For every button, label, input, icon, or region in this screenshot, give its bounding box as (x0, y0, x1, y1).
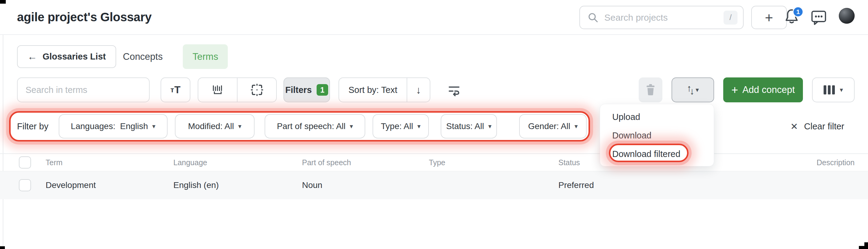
select-all-checkbox[interactable] (19, 156, 31, 169)
filter-gender-dropdown[interactable]: Gender: All ▾ (519, 114, 587, 139)
filter-part-of-speech-dropdown[interactable]: Part of speech: All ▾ (265, 114, 365, 139)
chevron-down-icon: ▾ (840, 86, 843, 94)
plus-icon: + (732, 83, 738, 97)
feedback-chat-button[interactable] (811, 10, 827, 25)
new-project-button[interactable]: + (751, 6, 787, 29)
column-header-type: Type (429, 158, 558, 167)
table-row[interactable]: Development English (en) Noun Preferred (0, 171, 868, 199)
chat-icon (811, 10, 827, 25)
sort-direction-button[interactable]: ↓ (407, 78, 430, 102)
tab-terms[interactable]: Terms (183, 44, 228, 69)
filter-status-dropdown[interactable]: Status: All ▾ (441, 114, 497, 139)
wrap-text-icon (448, 83, 461, 96)
search-projects-box[interactable]: / (579, 6, 744, 29)
delete-button[interactable] (639, 77, 662, 102)
chevron-down-icon: ▾ (695, 86, 699, 94)
sort-button-group: Sort by: Text ↓ (339, 77, 430, 102)
chevron-down-icon: ▾ (417, 123, 421, 130)
cell-term: Development (45, 180, 173, 190)
notifications-badge: 1 (793, 6, 804, 17)
glossaries-list-back-button[interactable]: ← Glossaries List (17, 45, 116, 68)
screenshot-corner-mark (864, 242, 868, 249)
filter-modified-value: Modified: All (188, 121, 234, 131)
screenshot-corner-mark (0, 0, 6, 4)
wrap-text-button[interactable] (442, 77, 467, 102)
row-checkbox[interactable] (19, 179, 31, 191)
frame-select-icon (251, 84, 263, 96)
barcode-icon (212, 85, 224, 95)
trash-icon (645, 84, 656, 96)
search-icon (587, 12, 599, 23)
sort-arrow-down-icon: ↓ (416, 84, 421, 96)
chevron-down-icon: ▾ (238, 123, 242, 130)
back-arrow-icon: ← (27, 51, 37, 62)
screenshot-corner-mark (0, 246, 5, 249)
filter-status-value: Status: All (446, 121, 484, 131)
slash-shortcut-hint: / (723, 11, 738, 25)
column-header-language: Language (173, 158, 302, 167)
upload-download-menu: Upload Download Download filtered (600, 104, 714, 167)
filters-button-label: Filters (285, 85, 312, 95)
top-header: agile project's Glossary / + 1 (0, 0, 868, 35)
chevron-down-icon: ▾ (350, 123, 353, 130)
filter-part-of-speech-value: Part of speech: All (277, 121, 345, 131)
close-icon: ✕ (790, 121, 798, 132)
upload-download-menu-button[interactable]: ↑↓ ▾ (672, 77, 714, 102)
filter-type-value: Type: All (381, 121, 413, 131)
search-projects-input[interactable] (604, 12, 723, 23)
filter-modified-dropdown[interactable]: Modified: All ▾ (175, 114, 254, 139)
filter-type-dropdown[interactable]: Type: All ▾ (373, 114, 429, 139)
user-avatar[interactable] (839, 8, 855, 24)
chevron-down-icon: ▾ (152, 123, 156, 130)
menu-item-download-filtered[interactable]: Download filtered (600, 145, 714, 164)
add-concept-button[interactable]: + Add concept (723, 77, 803, 102)
menu-item-upload[interactable]: Upload (600, 108, 714, 126)
menu-item-download[interactable]: Download (600, 126, 714, 145)
clear-filter-button[interactable]: ✕ Clear filter (790, 114, 844, 139)
filter-gender-value: Gender: All (528, 121, 570, 131)
filters-count-badge: 1 (317, 84, 328, 96)
search-in-terms-box[interactable] (17, 77, 150, 102)
cell-status: Preferred (558, 180, 700, 190)
cell-language: English (en) (173, 180, 302, 190)
filters-button[interactable]: Filters 1 (283, 77, 330, 102)
glossary-terms-page: agile project's Glossary / + 1 (0, 0, 868, 249)
columns-icon (824, 85, 835, 95)
chevron-down-icon: ▾ (488, 123, 492, 130)
tab-concepts[interactable]: Concepts (123, 45, 163, 68)
column-header-term: Term (45, 158, 173, 167)
select-frame-button[interactable] (237, 78, 276, 102)
filter-languages-dropdown[interactable]: Languages: English ▾ (59, 114, 167, 139)
match-case-icon: т (170, 85, 174, 94)
page-title: agile project's Glossary (17, 0, 152, 34)
chevron-down-icon: ▾ (575, 123, 578, 130)
filter-languages-value: Languages: English (71, 121, 148, 131)
search-in-terms-input[interactable] (26, 85, 141, 95)
sort-by-button[interactable]: Sort by: Text (339, 78, 407, 102)
cell-part-of-speech: Noun (302, 180, 429, 190)
columns-visibility-button[interactable]: ▾ (812, 77, 855, 102)
terms-table-header: Term Language Part of speech Type Status… (0, 153, 868, 171)
column-header-part-of-speech: Part of speech (302, 158, 429, 167)
up-down-arrows-icon: ↑↓ (687, 84, 692, 95)
filter-by-label: Filter by (17, 114, 49, 139)
search-mode-button-group (198, 77, 277, 102)
clear-filter-label: Clear filter (804, 121, 844, 132)
plus-icon: + (765, 9, 773, 26)
notifications-button[interactable]: 1 (784, 8, 803, 28)
match-whole-words-button[interactable] (198, 78, 237, 102)
column-header-description: Description (700, 158, 868, 167)
back-button-label: Glossaries List (42, 51, 106, 62)
match-case-button[interactable]: т T (161, 77, 190, 102)
page-left-border (3, 17, 3, 247)
add-concept-label: Add concept (742, 84, 795, 95)
